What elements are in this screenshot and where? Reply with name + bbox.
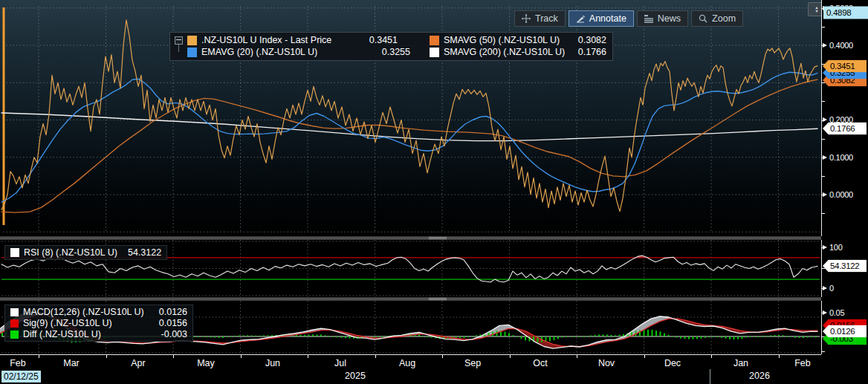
year-divider — [710, 369, 710, 384]
x-axis-month-label: Mar — [63, 358, 80, 368]
legend-label: SMAVG (200) (.NZ-US10L U) — [444, 47, 565, 57]
x-axis-tick — [39, 355, 39, 358]
track-icon — [522, 14, 531, 23]
annotate-icon — [576, 14, 585, 23]
smavg50-swatch — [430, 36, 439, 45]
axis-tick — [822, 176, 825, 177]
macd-value-badge: 0.0126 — [823, 325, 867, 338]
axis-tick — [822, 139, 825, 140]
axis-tick — [822, 351, 825, 352]
macd-legend: MACD(12,26) (.NZ-US10L U) 0.0126 Sig(9) … — [4, 305, 193, 342]
axis-label: 0.1000 — [829, 153, 853, 162]
sig-swatch — [10, 319, 19, 328]
x-axis-month-label: Jun — [265, 358, 280, 368]
axis-label: 0.4000 — [829, 41, 853, 50]
news-button-label: News — [658, 13, 681, 24]
annotate-button[interactable]: Annotate — [569, 10, 634, 27]
last-price-swatch — [187, 36, 197, 45]
x-axis-year-label: 2025 — [345, 371, 366, 381]
legend-item-sig[interactable]: Sig(9) (.NZ-US10L U) 0.0156 — [10, 318, 187, 328]
zoom-button[interactable]: Zoom — [691, 10, 743, 27]
x-axis-month-label: Oct — [533, 358, 547, 368]
legend-item-emavg20[interactable]: EMAVG (20) (.NZ-US10L U) 0.3255 — [175, 47, 410, 57]
x-axis-tick — [173, 355, 174, 358]
x-axis-tick — [106, 355, 107, 358]
legend-value: 0.0156 — [153, 318, 187, 328]
axis-label: 100 — [829, 243, 842, 252]
rsi-legend[interactable]: RSI (8) (.NZ-US10L U) 54.3122 — [4, 245, 167, 260]
x-axis-tick — [241, 355, 242, 358]
legend-value: 0.3082 — [572, 35, 606, 45]
x-axis-month-label: Jul — [334, 358, 346, 368]
rsi-legend-value: 54.3122 — [122, 247, 161, 258]
axis-label: 0.05 — [829, 308, 844, 317]
legend-item-smavg200[interactable]: SMAVG (200) (.NZ-US10L U) 0.1766 — [430, 47, 606, 57]
legend-value: 0.0126 — [153, 307, 187, 317]
x-axis-tick — [711, 355, 712, 358]
news-button[interactable]: News — [637, 10, 688, 27]
x-axis-month-label: Feb — [10, 358, 26, 368]
start-date-badge: 02/12/25 — [1, 371, 41, 383]
x-axis-month-label: Sep — [464, 358, 481, 368]
axis-tick — [822, 213, 825, 214]
legend-label: .NZ-US10L U Index - Last Price — [201, 35, 331, 45]
legend-value: 0.3255 — [376, 47, 410, 57]
annotate-cursor-value: 0.4898 — [823, 7, 868, 19]
track-button-label: Track — [535, 13, 558, 24]
chart-toolbar: Track Annotate News Zoom — [514, 10, 743, 27]
rsi-legend-label: RSI (8) (.NZ-US10L U) — [24, 247, 117, 258]
legend-value: -0.003 — [155, 329, 187, 339]
legend-label: SMAVG (50) (.NZ-US10L U) — [444, 35, 560, 45]
axis-tick — [822, 101, 825, 102]
legend-item-last-price[interactable]: .NZ-US10L U Index - Last Price 0.3451 — [175, 35, 398, 45]
macd-axis[interactable]: 0.050.0156-0.0030.0126 — [821, 301, 868, 354]
x-axis-month-label: Nov — [598, 358, 615, 368]
x-axis-month-label: Jan — [733, 358, 748, 368]
zoom-button-label: Zoom — [712, 13, 736, 24]
price-axis[interactable]: 0.50000.40000.20000.10000.00000.30820.32… — [821, 0, 868, 236]
x-axis-tick — [644, 355, 645, 358]
smavg200-badge: 0.1766 — [823, 123, 867, 135]
x-axis-tick — [510, 355, 511, 358]
axis-tick — [822, 27, 825, 27]
x-axis-tick — [577, 355, 577, 358]
legend-item-macd[interactable]: MACD(12,26) (.NZ-US10L U) 0.0126 — [10, 307, 187, 317]
spinner-down-icon[interactable]: ▼ — [814, 10, 818, 13]
legend-label: EMAVG (20) (.NZ-US10L U) — [201, 47, 317, 57]
emavg20-swatch — [187, 48, 197, 57]
news-icon — [644, 14, 653, 23]
x-axis-month-label: Aug — [399, 358, 415, 368]
track-button[interactable]: Track — [514, 10, 566, 27]
legend-label: Diff (.NZ-US10L U) — [23, 329, 101, 339]
time-axis[interactable]: 02/12/25 FebMarAprMayJunJulAugSepOctNovD… — [0, 354, 821, 384]
zoom-icon — [699, 14, 707, 23]
splitter-handle-icon[interactable] — [429, 298, 447, 300]
legend-label: Sig(9) (.NZ-US10L U) — [23, 318, 112, 328]
x-axis-month-label: Feb — [794, 358, 811, 368]
axis-label: 0 — [829, 284, 834, 293]
x-axis-tick — [375, 355, 376, 358]
legend-value: 0.1766 — [572, 47, 606, 57]
rsi-value-badge: 54.3122 — [823, 260, 867, 273]
axis-tick — [822, 268, 825, 269]
splitter-handle-icon[interactable] — [429, 237, 447, 239]
axis-label: 0.0000 — [829, 190, 853, 199]
legend-value: 0.3451 — [363, 35, 398, 45]
rsi-axis[interactable]: 100054.3122 — [821, 240, 868, 297]
legend-collapse-icon[interactable] — [175, 36, 183, 45]
legend-item-smavg50[interactable]: SMAVG (50) (.NZ-US10L U) 0.3082 — [430, 35, 606, 45]
macd-swatch — [10, 308, 19, 316]
x-axis-tick — [442, 355, 443, 358]
x-axis-year-label: 2026 — [749, 371, 770, 381]
x-axis-month-label: May — [197, 358, 215, 368]
legend-item-diff[interactable]: Diff (.NZ-US10L U) -0.003 — [10, 329, 187, 339]
annotate-button-label: Annotate — [589, 13, 626, 24]
x-axis-month-label: Apr — [131, 358, 145, 368]
axis-corner — [821, 354, 868, 384]
bloomberg-chart-window: .NZ-US10L U Index - Last Price 0.3451 SM… — [0, 0, 868, 384]
rsi-swatch — [10, 248, 19, 257]
x-axis-tick — [779, 355, 780, 358]
legend-tree-line — [178, 44, 179, 52]
price-legend: .NZ-US10L U Index - Last Price 0.3451 SM… — [169, 32, 613, 61]
x-axis-month-label: Dec — [664, 358, 681, 368]
